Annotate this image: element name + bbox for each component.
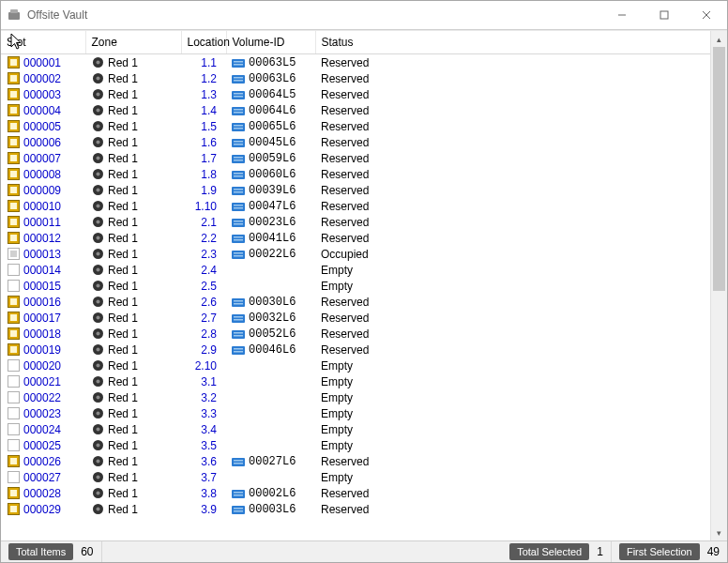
location-value[interactable]: 2.10 xyxy=(195,359,217,373)
table-row[interactable]: 000008Red 11.800060L6Reserved xyxy=(1,166,710,182)
slot-id[interactable]: 000007 xyxy=(23,152,61,165)
location-value[interactable]: 2.7 xyxy=(201,312,217,325)
table-row[interactable]: 000021Red 13.1Empty xyxy=(1,373,710,389)
table-row[interactable]: 000024Red 13.4Empty xyxy=(1,421,710,437)
slot-id[interactable]: 000020 xyxy=(23,359,61,373)
table-row[interactable]: 000005Red 11.500065L6Reserved xyxy=(1,118,710,134)
scroll-up-button[interactable]: ▴ xyxy=(711,31,727,47)
table-row[interactable]: 000006Red 11.600045L6Reserved xyxy=(1,134,710,150)
slot-id[interactable]: 000026 xyxy=(23,455,61,468)
vertical-scrollbar[interactable]: ▴ ▾ xyxy=(710,31,727,540)
location-value[interactable]: 2.9 xyxy=(201,343,217,357)
close-button[interactable] xyxy=(685,1,727,29)
location-value[interactable]: 2.5 xyxy=(201,280,217,293)
table-row[interactable]: 000022Red 13.2Empty xyxy=(1,389,710,405)
column-header-location[interactable]: Location xyxy=(181,31,226,54)
table-row[interactable]: 000023Red 13.3Empty xyxy=(1,405,710,421)
maximize-button[interactable] xyxy=(643,1,685,29)
location-value[interactable]: 1.8 xyxy=(201,168,217,181)
location-value[interactable]: 1.10 xyxy=(195,200,217,213)
column-header-slot[interactable]: Slot xyxy=(1,31,85,54)
table-row[interactable]: 000007Red 11.700059L6Reserved xyxy=(1,150,710,166)
table-row[interactable]: 000028Red 13.800002L6Reserved xyxy=(1,485,710,501)
scroll-down-button[interactable]: ▾ xyxy=(711,525,727,540)
location-value[interactable]: 3.3 xyxy=(201,407,217,420)
list-view[interactable]: Slot Zone Location Volume-ID Status 0000… xyxy=(1,30,727,540)
location-value[interactable]: 3.5 xyxy=(201,439,217,452)
slot-id[interactable]: 000003 xyxy=(23,88,61,101)
location-value[interactable]: 2.4 xyxy=(201,264,217,277)
table-row[interactable]: 000016Red 12.600030L6Reserved xyxy=(1,294,710,310)
location-value[interactable]: 3.8 xyxy=(201,487,217,500)
location-value[interactable]: 1.3 xyxy=(201,88,217,101)
slot-id[interactable]: 000011 xyxy=(23,216,61,229)
slot-id[interactable]: 000022 xyxy=(23,391,61,404)
table-row[interactable]: 000003Red 11.300064L5Reserved xyxy=(1,86,710,102)
location-value[interactable]: 1.1 xyxy=(201,56,217,69)
slot-id[interactable]: 000001 xyxy=(23,56,61,69)
scroll-thumb[interactable] xyxy=(713,47,725,291)
slot-id[interactable]: 000005 xyxy=(23,120,61,133)
location-value[interactable]: 2.1 xyxy=(201,216,217,229)
column-header-status[interactable]: Status xyxy=(315,31,710,54)
location-value[interactable]: 3.6 xyxy=(201,455,217,468)
slot-id[interactable]: 000023 xyxy=(23,407,61,420)
slot-id[interactable]: 000028 xyxy=(23,487,61,500)
table-row[interactable]: 000011Red 12.100023L6Reserved xyxy=(1,214,710,230)
minimize-button[interactable] xyxy=(600,1,643,29)
location-value[interactable]: 2.6 xyxy=(201,296,217,309)
table-row[interactable]: 000027Red 13.7Empty xyxy=(1,469,710,485)
location-value[interactable]: 3.9 xyxy=(201,503,217,516)
location-value[interactable]: 1.7 xyxy=(201,152,217,165)
table-row[interactable]: 000012Red 12.200041L6Reserved xyxy=(1,230,710,246)
location-value[interactable]: 1.5 xyxy=(201,120,217,133)
table-row[interactable]: 000009Red 11.900039L6Reserved xyxy=(1,182,710,198)
table-row[interactable]: 000025Red 13.5Empty xyxy=(1,437,710,453)
location-value[interactable]: 2.8 xyxy=(201,327,217,341)
slot-id[interactable]: 000016 xyxy=(23,296,61,309)
location-value[interactable]: 1.6 xyxy=(201,136,217,149)
location-value[interactable]: 1.4 xyxy=(201,104,217,117)
slot-id[interactable]: 000019 xyxy=(23,343,61,357)
table-row[interactable]: 000001Red 11.100063L5Reserved xyxy=(1,54,710,71)
table-row[interactable]: 000014Red 12.4Empty xyxy=(1,262,710,278)
slot-id[interactable]: 000024 xyxy=(23,423,61,436)
slot-id[interactable]: 000029 xyxy=(23,503,61,516)
slot-id[interactable]: 000012 xyxy=(23,232,61,245)
titlebar[interactable]: Offsite Vault xyxy=(1,1,727,30)
location-value[interactable]: 3.7 xyxy=(201,471,217,484)
slot-id[interactable]: 000018 xyxy=(23,327,61,341)
table-row[interactable]: 000029Red 13.900003L6Reserved xyxy=(1,501,710,517)
table-row[interactable]: 000019Red 12.900046L6Reserved xyxy=(1,342,710,358)
slot-id[interactable]: 000014 xyxy=(23,264,61,277)
slot-id[interactable]: 000017 xyxy=(23,312,61,325)
slot-id[interactable]: 000021 xyxy=(23,375,61,388)
slot-id[interactable]: 000027 xyxy=(23,471,61,484)
location-value[interactable]: 3.4 xyxy=(201,423,217,436)
location-value[interactable]: 1.2 xyxy=(201,72,217,85)
table-row[interactable]: 000018Red 12.800052L6Reserved xyxy=(1,326,710,342)
table-row[interactable]: 000004Red 11.400064L6Reserved xyxy=(1,102,710,118)
table-row[interactable]: 000013Red 12.300022L6Occupied xyxy=(1,246,710,262)
slot-id[interactable]: 000013 xyxy=(23,248,61,261)
location-value[interactable]: 3.1 xyxy=(201,375,217,388)
table-row[interactable]: 000002Red 11.200063L6Reserved xyxy=(1,70,710,86)
location-value[interactable]: 2.2 xyxy=(201,232,217,245)
table-row[interactable]: 000015Red 12.5Empty xyxy=(1,278,710,294)
slot-id[interactable]: 000015 xyxy=(23,280,61,293)
column-header-volume[interactable]: Volume-ID xyxy=(226,31,315,54)
table-row[interactable]: 000017Red 12.700032L6Reserved xyxy=(1,310,710,326)
column-header-row[interactable]: Slot Zone Location Volume-ID Status xyxy=(1,31,710,54)
slot-id[interactable]: 000004 xyxy=(23,104,61,117)
table-row[interactable]: 000026Red 13.600027L6Reserved xyxy=(1,453,710,469)
slot-id[interactable]: 000008 xyxy=(23,168,61,181)
location-value[interactable]: 2.3 xyxy=(201,248,217,261)
slot-id[interactable]: 000010 xyxy=(23,200,61,213)
slot-id[interactable]: 000002 xyxy=(23,72,61,85)
slot-id[interactable]: 000025 xyxy=(23,439,61,452)
slot-id[interactable]: 000009 xyxy=(23,184,61,197)
location-value[interactable]: 1.9 xyxy=(201,184,217,197)
location-value[interactable]: 3.2 xyxy=(201,391,217,404)
table-row[interactable]: 000020Red 12.10Empty xyxy=(1,358,710,373)
table-row[interactable]: 000010Red 11.1000047L6Reserved xyxy=(1,198,710,214)
